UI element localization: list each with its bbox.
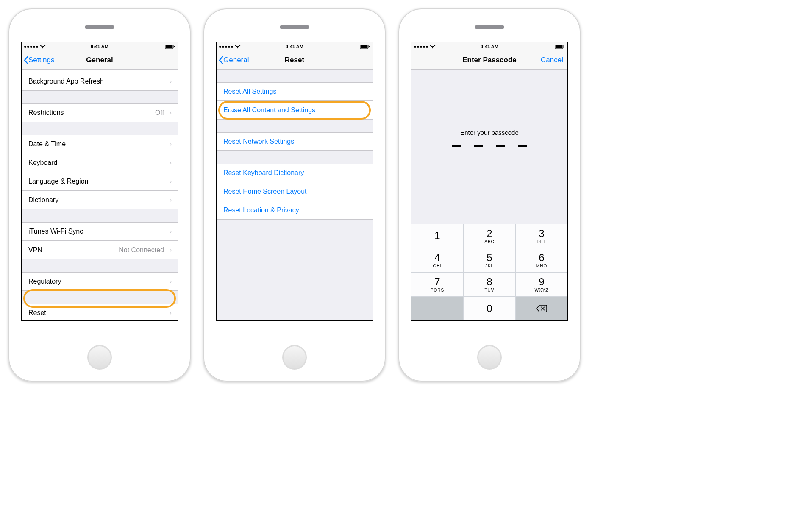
keypad-7[interactable]: 7PQRS [411,273,463,296]
keypad-5[interactable]: 5JKL [464,248,515,272]
chevron-right-icon: › [170,178,172,185]
row-label: VPN [28,246,42,254]
status-bar: 9:41 AM [411,42,567,51]
row-label: Reset Network Settings [223,138,294,145]
keypad-3[interactable]: 3DEF [516,224,567,248]
row-label: Reset Keyboard Dictionary [223,169,304,177]
home-button[interactable] [87,345,112,370]
status-bar: 9:41 AM [22,42,178,51]
chevron-right-icon: › [170,246,172,254]
key-num: 0 [487,304,492,314]
navigation-bar: Settings General [22,51,178,70]
keypad-9[interactable]: 9WXYZ [516,273,567,296]
keypad-1[interactable]: 1 [411,224,463,248]
svg-rect-1 [166,45,173,48]
chevron-left-icon [23,56,28,64]
row-label: Dictionary [28,196,58,204]
keypad-0[interactable]: 0 [464,297,515,320]
numeric-keypad: 1 2ABC 3DEF 4GHI 5JKL 6MNO 7PQRS 8TUV 9W… [411,224,567,320]
svg-rect-4 [361,45,368,48]
wifi-icon [235,45,241,49]
passcode-dashes [411,145,567,147]
svg-rect-2 [174,46,175,47]
chevron-right-icon: › [170,140,172,148]
settings-row-keyboard[interactable]: Keyboard› [22,153,178,172]
battery-icon [360,45,370,49]
back-label: General [223,56,249,64]
keypad-2[interactable]: 2ABC [464,224,515,248]
key-num: 6 [539,253,544,263]
reset-location-privacy[interactable]: Reset Location & Privacy [217,201,373,220]
back-button[interactable]: Settings [22,56,54,64]
keypad-4[interactable]: 4GHI [411,248,463,272]
back-label: Settings [28,56,54,64]
chevron-right-icon: › [170,159,172,167]
home-button[interactable] [282,345,307,370]
erase-all-content[interactable]: Erase All Content and Settings [217,101,373,120]
row-label: Reset Home Screen Layout [223,188,307,195]
passcode-prompt: Enter your passcode [411,129,567,136]
keypad-empty [411,297,463,320]
battery-icon [555,45,565,49]
settings-row-date-time[interactable]: Date & Time› [22,135,178,153]
reset-home-screen-layout[interactable]: Reset Home Screen Layout [217,182,373,201]
nav-title: General [86,56,113,64]
settings-row-itunes-wifi-sync[interactable]: iTunes Wi-Fi Sync› [22,222,178,241]
key-num: 9 [539,277,544,287]
screen-reset: 9:41 AM General Reset Reset All Settings… [216,42,373,321]
key-num: 5 [487,253,492,263]
passcode-body: Enter your passcode 1 2ABC 3DEF 4GHI 5JK… [411,70,567,320]
reset-keyboard-dictionary[interactable]: Reset Keyboard Dictionary [217,164,373,182]
row-label: Regulatory [28,278,61,285]
settings-row-restrictions[interactable]: Restrictions Off › [22,103,178,122]
reset-all-settings[interactable]: Reset All Settings [217,82,373,101]
iphone-device-1: 9:41 AM Settings General Storage & iClou… [8,8,191,382]
row-label: Date & Time [28,140,66,148]
keypad-6[interactable]: 6MNO [516,248,567,272]
back-button[interactable]: General [217,56,249,64]
settings-row-regulatory[interactable]: Regulatory› [22,272,178,291]
status-time: 9:41 AM [91,44,108,49]
reset-list[interactable]: Reset All Settings Erase All Content and… [217,70,373,320]
key-letters: JKL [485,264,494,268]
wifi-icon [430,45,436,49]
chevron-right-icon: › [170,228,172,235]
row-label: Reset [28,309,46,317]
passcode-dash [518,145,527,147]
passcode-dash [496,145,505,147]
row-label: Restrictions [28,109,64,117]
signal-dots-icon [414,46,428,48]
keypad-8[interactable]: 8TUV [464,273,515,296]
key-letters: MNO [536,264,547,268]
key-letters: WXYZ [535,288,549,292]
settings-row-language-region[interactable]: Language & Region› [22,172,178,191]
settings-row-background-refresh[interactable]: Background App Refresh › [22,72,178,91]
row-status: Off [155,109,164,117]
settings-list[interactable]: Storage & iCloud Usage › Background App … [22,70,178,320]
signal-dots-icon [219,46,233,48]
settings-row-dictionary[interactable]: Dictionary› [22,191,178,209]
home-button[interactable] [477,345,502,370]
key-letters: PQRS [431,288,444,292]
row-label: Language & Region [28,178,88,185]
reset-network-settings[interactable]: Reset Network Settings [217,132,373,151]
chevron-right-icon: › [170,109,172,117]
cancel-button[interactable]: Cancel [541,56,563,64]
key-num: 2 [487,228,492,239]
row-label: iTunes Wi-Fi Sync [28,228,83,235]
passcode-dash [452,145,461,147]
signal-dots-icon [24,46,38,48]
key-letters: ABC [484,240,495,244]
keypad-delete[interactable] [516,297,567,320]
status-time: 9:41 AM [481,44,498,49]
screen-general-settings: 9:41 AM Settings General Storage & iClou… [21,42,178,321]
row-label: Reset All Settings [223,88,276,95]
key-num: 8 [487,277,492,287]
key-num: 1 [434,231,440,241]
wifi-icon [40,45,46,49]
row-label: Reset Location & Privacy [223,206,299,214]
screen-enter-passcode: 9:41 AM Enter Passcode Cancel Enter your… [411,42,568,321]
phone-speaker [280,25,309,29]
settings-row-reset[interactable]: Reset› [22,304,178,320]
settings-row-vpn[interactable]: VPNNot Connected› [22,241,178,259]
